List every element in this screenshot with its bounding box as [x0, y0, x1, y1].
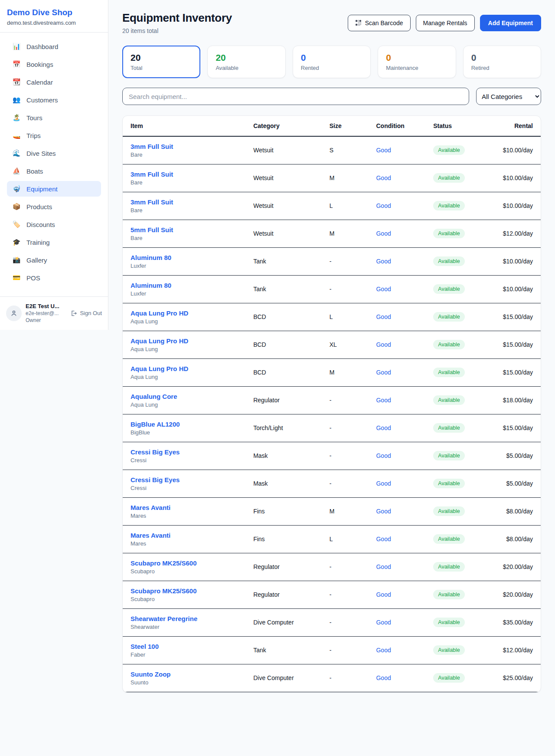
- condition-link[interactable]: Good: [376, 147, 391, 154]
- item-rental-rate: $5.00/day: [493, 470, 541, 497]
- sidebar-item-bookings[interactable]: 📅 Bookings: [7, 56, 101, 72]
- item-rental-rate: $15.00/day: [493, 414, 541, 442]
- item-rental-rate: $15.00/day: [493, 358, 541, 386]
- condition-link[interactable]: Good: [376, 258, 391, 265]
- condition-link[interactable]: Good: [376, 647, 391, 654]
- item-name-link[interactable]: Aluminum 80: [131, 282, 245, 289]
- sidebar-item-dashboard[interactable]: 📊 Dashboard: [7, 39, 101, 54]
- avatar: [6, 306, 22, 321]
- condition-link[interactable]: Good: [376, 480, 391, 487]
- item-name-link[interactable]: Aqualung Core: [131, 393, 245, 400]
- item-rental-rate: $10.00/day: [493, 247, 541, 275]
- item-name-link[interactable]: Cressi Big Eyes: [131, 448, 245, 456]
- equipment-table: Item Category Size Condition Status Rent…: [123, 116, 541, 692]
- condition-link[interactable]: Good: [376, 563, 391, 570]
- sidebar-item-trips[interactable]: 🚤 Trips: [7, 128, 101, 143]
- status-badge: Available: [433, 590, 465, 599]
- item-name-link[interactable]: Cressi Big Eyes: [131, 476, 245, 483]
- sign-out-button[interactable]: Sign Out: [70, 310, 102, 317]
- item-brand: Faber: [131, 651, 245, 658]
- sidebar-item-equipment[interactable]: 🤿 Equipment: [7, 181, 101, 197]
- item-name-link[interactable]: Scubapro MK25/S600: [131, 559, 245, 567]
- sidebar-item-training[interactable]: 🎓 Training: [7, 234, 101, 250]
- table-row: 3mm Full Suit Bare Wetsuit L Good Availa…: [123, 192, 541, 220]
- item-size: -: [325, 553, 372, 581]
- item-rental-rate: $15.00/day: [493, 303, 541, 331]
- add-equipment-button[interactable]: Add Equipment: [480, 15, 541, 31]
- item-size: M: [325, 220, 372, 247]
- stat-card-retired[interactable]: 0 Retired: [463, 46, 541, 78]
- condition-link[interactable]: Good: [376, 174, 391, 181]
- item-name-link[interactable]: 3mm Full Suit: [131, 198, 245, 206]
- trips-icon: 🚤: [12, 131, 21, 139]
- stat-card-rented[interactable]: 0 Rented: [293, 46, 371, 78]
- item-name-link[interactable]: Aluminum 80: [131, 254, 245, 261]
- sidebar-item-products[interactable]: 📦 Products: [7, 199, 101, 214]
- item-name-link[interactable]: Aqua Lung Pro HD: [131, 365, 245, 372]
- item-name-link[interactable]: Mares Avanti: [131, 504, 245, 511]
- condition-link[interactable]: Good: [376, 341, 391, 348]
- item-name-link[interactable]: 3mm Full Suit: [131, 171, 245, 178]
- search-input[interactable]: [122, 88, 469, 105]
- condition-link[interactable]: Good: [376, 313, 391, 320]
- condition-link[interactable]: Good: [376, 536, 391, 542]
- status-badge: Available: [433, 340, 465, 349]
- condition-link[interactable]: Good: [376, 424, 391, 431]
- stat-card-total[interactable]: 20 Total: [122, 46, 200, 78]
- sidebar-item-boats[interactable]: ⛵ Boats: [7, 163, 101, 179]
- item-name-link[interactable]: Mares Avanti: [131, 532, 245, 539]
- item-brand: Aqua Lung: [131, 401, 245, 408]
- status-badge: Available: [433, 145, 465, 155]
- item-name-link[interactable]: Steel 100: [131, 643, 245, 650]
- sidebar-item-label: Dashboard: [26, 43, 58, 50]
- item-name-link[interactable]: Scubapro MK25/S600: [131, 587, 245, 595]
- sign-out-icon: [70, 310, 77, 317]
- column-header-category: Category: [249, 116, 325, 136]
- item-category: Regulator: [249, 581, 325, 608]
- condition-link[interactable]: Good: [376, 202, 391, 209]
- item-size: L: [325, 525, 372, 553]
- condition-link[interactable]: Good: [376, 369, 391, 376]
- condition-link[interactable]: Good: [376, 452, 391, 459]
- sidebar-item-label: Bookings: [26, 61, 53, 68]
- condition-link[interactable]: Good: [376, 591, 391, 598]
- item-name-link[interactable]: Suunto Zoop: [131, 671, 245, 678]
- category-select[interactable]: All Categories: [476, 88, 541, 105]
- item-name-link[interactable]: Aqua Lung Pro HD: [131, 309, 245, 317]
- stat-card-maintenance[interactable]: 0 Maintenance: [378, 46, 456, 78]
- table-row: Cressi Big Eyes Cressi Mask - Good Avail…: [123, 442, 541, 470]
- sidebar-item-customers[interactable]: 👥 Customers: [7, 92, 101, 108]
- condition-link[interactable]: Good: [376, 508, 391, 515]
- scan-barcode-button[interactable]: Scan Barcode: [348, 15, 411, 31]
- table-row: Shearwater Peregrine Shearwater Dive Com…: [123, 608, 541, 636]
- stat-card-available[interactable]: 20 Available: [207, 46, 285, 78]
- status-badge: Available: [433, 229, 465, 238]
- stat-label: Rented: [301, 65, 362, 71]
- sidebar-item-tours[interactable]: 🏝️ Tours: [7, 110, 101, 125]
- manage-rentals-button[interactable]: Manage Rentals: [416, 15, 475, 31]
- condition-link[interactable]: Good: [376, 397, 391, 404]
- status-badge: Available: [433, 562, 465, 572]
- item-name-link[interactable]: Aqua Lung Pro HD: [131, 337, 245, 345]
- customers-icon: 👥: [12, 96, 21, 104]
- item-name-link[interactable]: BigBlue AL1200: [131, 421, 245, 428]
- sidebar-item-calendar[interactable]: 📆 Calendar: [7, 74, 101, 90]
- sidebar-item-pos[interactable]: 💳 POS: [7, 270, 101, 286]
- item-category: Dive Computer: [249, 664, 325, 692]
- item-category: Fins: [249, 525, 325, 553]
- item-category: Dive Computer: [249, 608, 325, 636]
- item-brand: Aqua Lung: [131, 318, 245, 325]
- table-row: 5mm Full Suit Bare Wetsuit M Good Availa…: [123, 220, 541, 247]
- item-name-link[interactable]: 5mm Full Suit: [131, 226, 245, 233]
- status-badge: Available: [433, 368, 465, 377]
- condition-link[interactable]: Good: [376, 674, 391, 681]
- condition-link[interactable]: Good: [376, 230, 391, 237]
- item-brand: Bare: [131, 207, 245, 214]
- sidebar-item-discounts[interactable]: 🏷️ Discounts: [7, 217, 101, 232]
- condition-link[interactable]: Good: [376, 619, 391, 626]
- item-name-link[interactable]: 3mm Full Suit: [131, 143, 245, 150]
- sidebar-item-gallery[interactable]: 📸 Gallery: [7, 252, 101, 268]
- sidebar-item-dive-sites[interactable]: 🌊 Dive Sites: [7, 145, 101, 161]
- condition-link[interactable]: Good: [376, 286, 391, 293]
- item-name-link[interactable]: Shearwater Peregrine: [131, 615, 245, 622]
